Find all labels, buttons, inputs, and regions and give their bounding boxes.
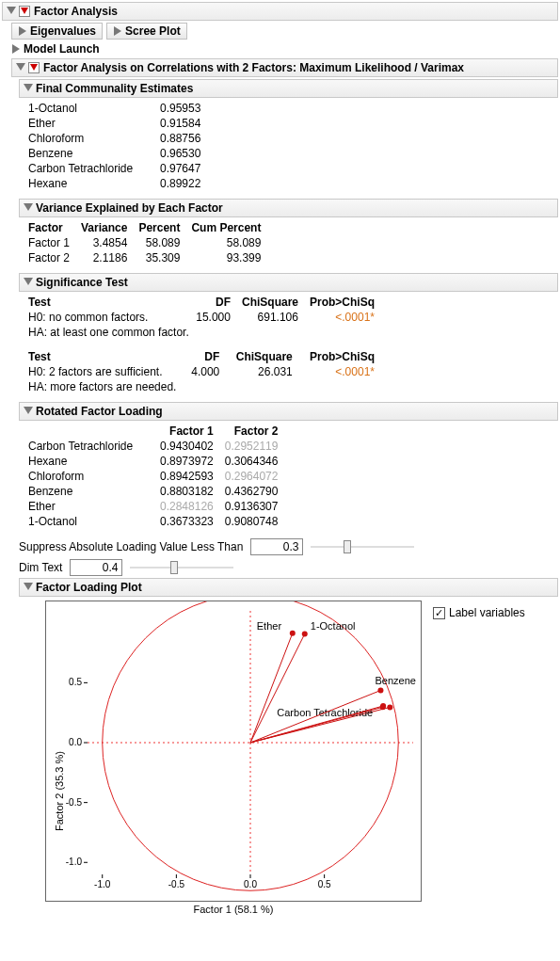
col-variance: Variance bbox=[75, 220, 133, 235]
disclosure-open-icon[interactable] bbox=[24, 278, 33, 287]
svg-point-39 bbox=[377, 687, 383, 693]
significance-header[interactable]: Significance Test bbox=[19, 273, 558, 292]
suppress-row: Suppress Absolute Loading Value Less Tha… bbox=[19, 538, 558, 555]
svg-line-41 bbox=[250, 633, 293, 743]
f1: 0.8942593 bbox=[154, 469, 219, 484]
disclosure-open-icon[interactable] bbox=[24, 583, 33, 592]
factor-analysis-header[interactable]: Factor Analysis bbox=[2, 2, 558, 21]
sig-df: 4.000 bbox=[183, 364, 225, 379]
tab-label: Eigenvalues bbox=[30, 24, 96, 38]
variance-header[interactable]: Variance Explained by Each Factor bbox=[19, 199, 558, 217]
table-row: Ether0.91584 bbox=[23, 116, 206, 131]
table-row: Factor 13.485458.08958.089 bbox=[23, 235, 266, 250]
f1: 0.2848126 bbox=[154, 499, 219, 514]
table-row: H0: 2 factors are sufficient. 4.000 26.0… bbox=[23, 364, 380, 379]
suppress-slider[interactable] bbox=[311, 540, 414, 553]
table-row: Benzene0.96530 bbox=[23, 146, 206, 161]
percent: 58.089 bbox=[133, 235, 185, 250]
suppress-input[interactable]: 0.3 bbox=[250, 538, 303, 555]
var-name: Hexane bbox=[23, 176, 154, 191]
dimtext-label: Dim Text bbox=[19, 561, 62, 574]
col-df: DF bbox=[183, 349, 225, 364]
var-name: Carbon Tetrachloride bbox=[23, 439, 154, 454]
tab-model-launch[interactable]: Model Launch bbox=[11, 41, 105, 56]
f1: 0.8803182 bbox=[154, 484, 219, 499]
var-val: 0.96530 bbox=[154, 146, 206, 161]
loading-title: Rotated Factor Loading bbox=[36, 405, 163, 418]
svg-text:-0.5: -0.5 bbox=[168, 879, 185, 889]
svg-marker-8 bbox=[24, 203, 33, 211]
var-val: 0.88756 bbox=[154, 131, 206, 146]
col-cum: Cum Percent bbox=[185, 220, 266, 235]
variance-table: Factor Variance Percent Cum Percent Fact… bbox=[23, 220, 266, 265]
svg-marker-0 bbox=[7, 7, 16, 14]
communality-title: Final Communality Estimates bbox=[36, 82, 193, 95]
f2: 0.9080748 bbox=[219, 514, 284, 529]
red-triangle-icon[interactable] bbox=[28, 62, 40, 73]
tab-scree-plot[interactable]: Scree Plot bbox=[106, 23, 187, 40]
disclosure-open-icon[interactable] bbox=[24, 203, 33, 213]
table-row: HA: more factors are needed. bbox=[23, 379, 380, 394]
table-row: 1-Octanol0.36733230.9080748 bbox=[23, 514, 283, 529]
cum: 93.399 bbox=[185, 250, 266, 265]
checkbox-icon[interactable]: ✓ bbox=[433, 607, 445, 619]
svg-text:-0.5: -0.5 bbox=[66, 797, 83, 808]
red-triangle-icon[interactable] bbox=[19, 6, 30, 17]
disclosure-open-icon[interactable] bbox=[24, 84, 33, 93]
cum: 58.089 bbox=[185, 235, 266, 250]
svg-text:1-Octanol: 1-Octanol bbox=[311, 620, 356, 632]
table-row: Carbon Tetrachloride0.94304020.2952119 bbox=[23, 439, 283, 454]
variance-title: Variance Explained by Each Factor bbox=[36, 201, 223, 215]
var-name: Hexane bbox=[23, 454, 154, 469]
slider-thumb[interactable] bbox=[170, 561, 178, 574]
dimtext-input[interactable]: 0.4 bbox=[70, 559, 122, 576]
f1: 0.9430402 bbox=[154, 439, 219, 454]
variance-content: Factor Variance Percent Cum Percent Fact… bbox=[2, 217, 558, 271]
plot-area: -1.0-1.0-0.5-0.50.00.00.50.5Carbon Tetra… bbox=[2, 597, 558, 921]
var-name: Ether bbox=[23, 116, 154, 131]
col-f2: Factor 2 bbox=[219, 424, 284, 439]
outline-tabs: Eigenvalues Scree Plot bbox=[11, 23, 558, 40]
label-variables-checkbox[interactable]: ✓ Label variables bbox=[433, 606, 525, 619]
sig-h0: H0: no common factors. bbox=[23, 310, 190, 325]
svg-marker-1 bbox=[21, 8, 28, 14]
table-row: Chloroform0.88756 bbox=[23, 131, 206, 146]
variance: 3.4854 bbox=[75, 235, 133, 250]
slider-thumb[interactable] bbox=[344, 540, 351, 553]
svg-text:-1.0: -1.0 bbox=[66, 857, 83, 867]
factor-loading-plot[interactable]: -1.0-1.0-0.5-0.50.00.00.50.5Carbon Tetra… bbox=[45, 601, 422, 902]
percent: 35.309 bbox=[133, 250, 185, 265]
tab-eigenvalues[interactable]: Eigenvalues bbox=[11, 23, 103, 40]
disclosure-open-icon[interactable] bbox=[24, 407, 33, 416]
svg-marker-7 bbox=[24, 84, 33, 91]
table-row: Factor 22.118635.30993.399 bbox=[23, 250, 266, 265]
f1: 0.3673323 bbox=[154, 514, 219, 529]
sig-h0: H0: 2 factors are sufficient. bbox=[23, 364, 183, 379]
dimtext-slider[interactable] bbox=[130, 561, 233, 574]
sig-table-1: Test DF ChiSquare Prob>ChiSq H0: no comm… bbox=[23, 295, 380, 340]
communality-header[interactable]: Final Communality Estimates bbox=[19, 79, 558, 98]
svg-text:-1.0: -1.0 bbox=[94, 879, 111, 889]
sub-title: Factor Analysis on Correlations with 2 F… bbox=[43, 61, 464, 74]
factor-analysis-sub-header[interactable]: Factor Analysis on Correlations with 2 F… bbox=[11, 58, 558, 77]
tab-label: Scree Plot bbox=[125, 24, 181, 38]
disclosure-open-icon[interactable] bbox=[7, 7, 16, 16]
plot-header[interactable]: Factor Loading Plot bbox=[19, 578, 558, 597]
table-row: Chloroform0.89425930.2964072 bbox=[23, 469, 283, 484]
significance-content: Test DF ChiSquare Prob>ChiSq H0: no comm… bbox=[2, 292, 558, 400]
communality-content: 1-Octanol0.95953Ether0.91584Chloroform0.… bbox=[2, 98, 558, 197]
svg-point-32 bbox=[387, 704, 392, 710]
col-test: Test bbox=[23, 295, 190, 310]
disclosure-open-icon[interactable] bbox=[16, 63, 25, 72]
f2: 0.2964072 bbox=[219, 469, 284, 484]
loading-header[interactable]: Rotated Factor Loading bbox=[19, 402, 558, 421]
y-axis-label: Factor 2 (35.3 %) bbox=[54, 751, 65, 831]
table-row: Hexane0.89922 bbox=[23, 176, 206, 191]
svg-point-42 bbox=[290, 631, 296, 636]
disclosure-closed-icon bbox=[11, 44, 21, 54]
svg-text:Benzene: Benzene bbox=[375, 675, 415, 686]
svg-text:0.0: 0.0 bbox=[69, 737, 82, 747]
model-launch-row: Model Launch bbox=[11, 41, 558, 56]
svg-text:0.0: 0.0 bbox=[244, 879, 257, 889]
var-name: Chloroform bbox=[23, 469, 154, 484]
